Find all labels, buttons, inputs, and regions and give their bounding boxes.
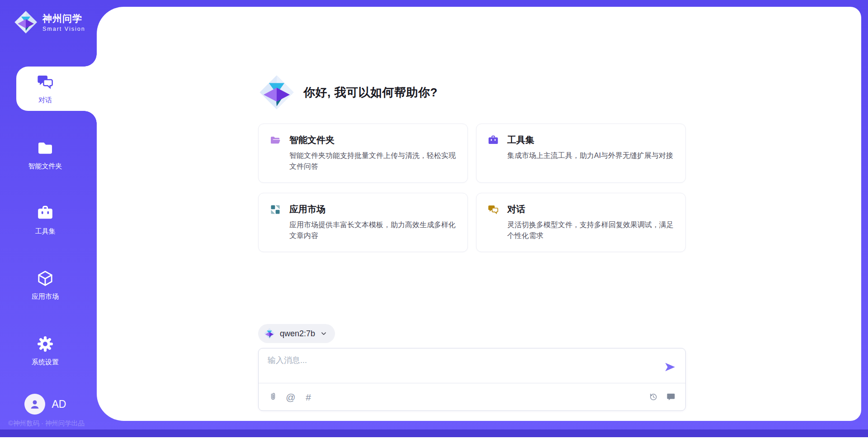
feature-cards: 智能文件夹 智能文件夹功能支持批量文件上传与清洗，轻松实现文件问答 (258, 124, 686, 252)
sidebar-item-settings[interactable]: 系统设置 (0, 329, 90, 372)
card-smart-folder[interactable]: 智能文件夹 智能文件夹功能支持批量文件上传与清洗，轻松实现文件问答 (258, 124, 468, 183)
model-selector[interactable]: qwen2:7b (258, 324, 335, 343)
card-description: 集成市场上主流工具，助力AI与外界无缝扩展与对接 (507, 150, 679, 161)
folder-icon (36, 139, 54, 157)
user-name: AD (52, 398, 66, 410)
brand: 神州问学 Smart Vision (14, 10, 85, 34)
card-title: 对话 (507, 203, 525, 215)
brand-name: 神州问学 (42, 12, 85, 25)
card-description: 应用市场提供丰富长文本模板，助力高效生成多样化文章内容 (289, 220, 461, 241)
composer-toolbar: @ # (259, 383, 685, 410)
sidebar-item-chat[interactable]: 对话 (0, 67, 90, 110)
brand-subtitle: Smart Vision (42, 26, 85, 32)
history-icon (648, 392, 658, 402)
folder-open-icon (269, 134, 281, 146)
bottom-accent-bar (0, 429, 868, 437)
hash-icon: # (306, 392, 311, 402)
sidebar-item-label: 系统设置 (32, 358, 59, 367)
avatar (24, 394, 45, 415)
sidebar-item-label: 对话 (38, 96, 52, 105)
composer: @ # (258, 348, 686, 411)
greeting-diamond-logo-icon (258, 74, 295, 111)
grid-icon (269, 204, 281, 215)
card-chat[interactable]: 对话 灵活切换多模型文件，支持多样回复效果调试，满足个性化需求 (476, 193, 686, 252)
attachment-icon (268, 392, 278, 402)
briefcase-icon (36, 204, 54, 222)
copyright-footer: ©神州数码 · 神州问学出品 (0, 419, 93, 428)
model-name: qwen2:7b (280, 329, 315, 339)
message-button[interactable] (665, 391, 676, 402)
sidebar-item-toolset[interactable]: 工具集 (0, 198, 90, 242)
send-button[interactable] (664, 361, 676, 373)
chevron-down-icon (320, 329, 328, 338)
attachment-button[interactable] (268, 391, 278, 402)
message-icon (666, 392, 676, 402)
hash-button[interactable]: # (303, 391, 314, 402)
card-title: 智能文件夹 (289, 134, 335, 146)
history-button[interactable] (648, 391, 659, 402)
mention-icon: @ (286, 392, 295, 402)
brand-diamond-logo-icon (14, 10, 38, 34)
message-input[interactable] (268, 355, 652, 381)
app: 神州问学 Smart Vision 对话 智能文件夹 (0, 0, 868, 439)
sidebar-item-label: 工具集 (35, 227, 56, 236)
cube-icon (36, 269, 54, 287)
mention-button[interactable]: @ (285, 391, 296, 402)
card-app-market[interactable]: 应用市场 应用市场提供丰富长文本模板，助力高效生成多样化文章内容 (258, 193, 468, 252)
send-icon (664, 361, 676, 373)
card-description: 智能文件夹功能支持批量文件上传与清洗，轻松实现文件问答 (289, 150, 461, 172)
sidebar-item-smart-folder[interactable]: 智能文件夹 (0, 133, 90, 177)
greeting: 你好, 我可以如何帮助你? (258, 74, 438, 111)
user-avatar-icon (28, 397, 42, 411)
card-description: 灵活切换多模型文件，支持多样回复效果调试，满足个性化需求 (507, 220, 679, 241)
greeting-text: 你好, 我可以如何帮助你? (303, 85, 438, 100)
card-title: 应用市场 (289, 203, 326, 215)
chat-bubbles-icon (487, 204, 499, 215)
sidebar-item-label: 应用市场 (32, 292, 59, 301)
sidebar-item-label: 智能文件夹 (28, 162, 62, 171)
sidebar-item-app-market[interactable]: 应用市场 (0, 263, 90, 307)
gear-icon (36, 335, 54, 353)
card-toolset[interactable]: 工具集 集成市场上主流工具，助力AI与外界无缝扩展与对接 (476, 124, 686, 183)
main-content: 你好, 我可以如何帮助你? 智能文件夹 智能文件夹功能支持批量文件上传与清洗，轻… (97, 7, 861, 421)
briefcase-icon (487, 134, 499, 146)
sidebar: 神州问学 Smart Vision 对话 智能文件夹 (0, 0, 97, 437)
bottom-edge (0, 437, 868, 439)
card-title: 工具集 (507, 134, 534, 146)
chat-bubbles-icon (36, 73, 54, 91)
user-profile[interactable]: AD (0, 394, 90, 415)
model-diamond-logo-icon (264, 328, 275, 339)
